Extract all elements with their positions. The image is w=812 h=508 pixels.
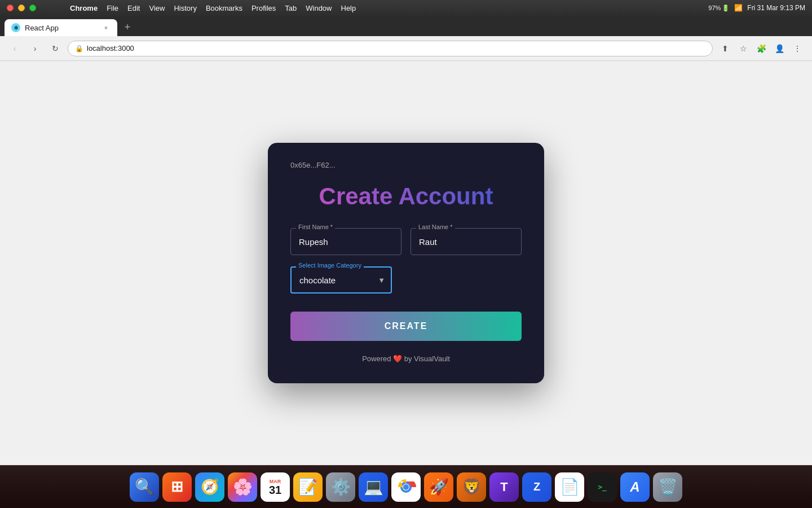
forward-button[interactable]: › <box>27 41 43 56</box>
menu-edit[interactable]: Edit <box>127 4 140 12</box>
fullscreen-button[interactable] <box>29 5 36 11</box>
card-title: Create Account <box>290 183 522 210</box>
menu-window[interactable]: Window <box>306 4 332 12</box>
url-text: localhost:3000 <box>87 44 134 52</box>
new-tab-button[interactable]: + <box>120 19 135 35</box>
create-account-card: 0x65e...F62... Create Account First Name… <box>268 143 544 383</box>
wallet-address: 0x65e...F62... <box>290 161 522 169</box>
image-category-group: Select Image Category chocolate vanilla … <box>290 266 392 294</box>
tab-bar: ⚛ React App × + <box>0 16 812 36</box>
dock-item-calendar[interactable]: MAR 31 <box>261 472 290 502</box>
menu-help[interactable]: Help <box>341 4 356 12</box>
reload-button[interactable]: ↻ <box>47 41 63 56</box>
extensions-button[interactable]: 🧩 <box>753 41 769 56</box>
dock-item-teams[interactable]: T <box>489 472 519 502</box>
dock-item-brave[interactable]: 🦁 <box>457 472 486 502</box>
address-bar[interactable]: 🔒 localhost:3000 <box>68 41 713 56</box>
dock-item-appstore[interactable]: A <box>620 472 650 502</box>
minimize-button[interactable] <box>18 5 25 11</box>
menu-file[interactable]: File <box>107 4 118 12</box>
battery-status: 97% 🔋 <box>708 5 730 12</box>
traffic-lights <box>7 5 36 11</box>
last-name-label: Last Name * <box>416 224 455 230</box>
menu-profiles[interactable]: Profiles <box>251 4 276 12</box>
dock-item-photos[interactable]: 🌸 <box>228 472 257 502</box>
tab-close-button[interactable]: × <box>102 23 111 32</box>
profile-button[interactable]: 👤 <box>771 41 787 56</box>
heart-icon: ❤️ <box>393 354 404 363</box>
menu-chrome[interactable]: Chrome <box>70 4 98 12</box>
dock-item-finder[interactable]: 🔍 <box>130 472 159 502</box>
page-content: 0x65e...F62... Create Account First Name… <box>0 61 812 465</box>
close-button[interactable] <box>7 5 14 11</box>
tab-title: React App <box>25 24 97 32</box>
menu-button[interactable]: ⋮ <box>789 41 805 56</box>
dock-item-safari[interactable]: 🧭 <box>195 472 224 502</box>
titlebar: Chrome File Edit View History Bookmarks … <box>0 0 812 16</box>
menu-view[interactable]: View <box>149 4 165 12</box>
nav-actions: ⬆ ☆ 🧩 👤 ⋮ <box>717 41 805 56</box>
wifi-icon: 📶 <box>734 4 743 12</box>
first-name-group: First Name * <box>290 228 401 255</box>
name-fields-row: First Name * Last Name * <box>290 228 522 255</box>
powered-by-text: Powered ❤️ by VisualVault <box>290 354 522 363</box>
datetime: Fri 31 Mar 9:13 PM <box>747 4 805 12</box>
dock-item-textedit[interactable]: 📄 <box>555 472 584 502</box>
first-name-label: First Name * <box>296 224 335 230</box>
svg-point-3 <box>403 484 409 490</box>
titlebar-status: 97% 🔋 📶 Fri 31 Mar 9:13 PM <box>708 4 805 12</box>
active-tab[interactable]: ⚛ React App × <box>5 19 117 36</box>
dock-item-launchpad[interactable]: ⊞ <box>162 472 192 502</box>
dock-item-terminal[interactable]: >_ <box>588 472 617 502</box>
menu-history[interactable]: History <box>174 4 196 12</box>
dock-item-notes[interactable]: 📝 <box>293 472 323 502</box>
menu-bookmarks[interactable]: Bookmarks <box>206 4 242 12</box>
titlebar-menu: Chrome File Edit View History Bookmarks … <box>70 4 356 12</box>
select-image-category-label: Select Image Category <box>296 262 364 269</box>
dock-item-zoom[interactable]: Z <box>522 472 551 502</box>
first-name-input[interactable] <box>290 228 401 255</box>
lock-icon: 🔒 <box>75 45 83 52</box>
last-name-input[interactable] <box>411 228 522 255</box>
create-button[interactable]: CREATE <box>290 312 522 341</box>
share-button[interactable]: ⬆ <box>717 41 733 56</box>
bookmark-button[interactable]: ☆ <box>735 41 751 56</box>
tab-favicon: ⚛ <box>11 23 20 32</box>
dock-item-settings[interactable]: ⚙️ <box>326 472 355 502</box>
browser-chrome: ⚛ React App × + ‹ › ↻ 🔒 localhost:3000 ⬆… <box>0 16 812 61</box>
dock-item-trash[interactable]: 🗑️ <box>653 472 682 502</box>
back-button[interactable]: ‹ <box>7 41 23 56</box>
menu-tab[interactable]: Tab <box>285 4 297 12</box>
dock-item-vscode[interactable]: 💻 <box>359 472 388 502</box>
nav-bar: ‹ › ↻ 🔒 localhost:3000 ⬆ ☆ 🧩 👤 ⋮ <box>0 36 812 61</box>
last-name-group: Last Name * <box>411 228 522 255</box>
dock: 🔍 ⊞ 🧭 🌸 MAR 31 📝 ⚙️ 💻 🚀 🦁 <box>0 465 812 508</box>
image-category-select[interactable]: chocolate vanilla strawberry <box>290 266 392 294</box>
dock-item-chrome[interactable] <box>391 472 421 502</box>
dock-item-postman[interactable]: 🚀 <box>424 472 453 502</box>
